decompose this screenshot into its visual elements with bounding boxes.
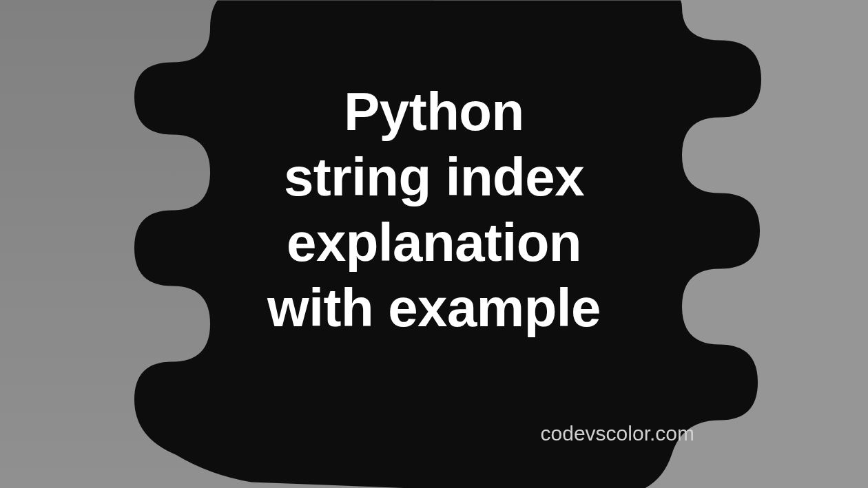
content-wrapper: Python string index explanation with exa…	[0, 79, 868, 341]
title-line-2: string index	[0, 145, 868, 210]
title-line-4: with example	[0, 275, 868, 341]
title-line-1: Python	[0, 79, 868, 145]
title-line-3: explanation	[0, 210, 868, 275]
main-title: Python string index explanation with exa…	[0, 79, 868, 341]
watermark: codevscolor.com	[541, 422, 694, 445]
